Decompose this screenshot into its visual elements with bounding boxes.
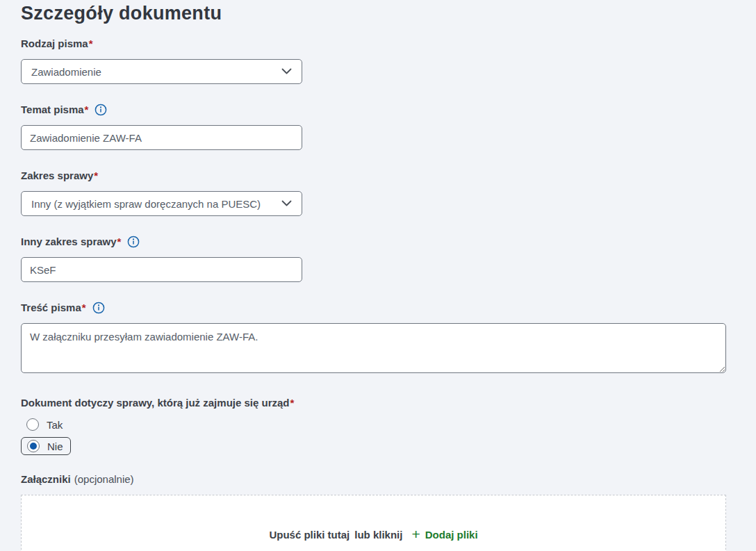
info-icon[interactable] <box>127 236 140 248</box>
plus-icon: + <box>411 527 420 541</box>
required-marker: * <box>85 104 89 116</box>
select-value: Zawiadomienie <box>31 66 101 78</box>
tresc-pisma-label: Treść pisma* <box>21 302 756 314</box>
required-marker: * <box>290 397 295 409</box>
field-label-text: Dokument dotyczy sprawy, którą już zajmu… <box>21 397 290 409</box>
temat-pisma-label: Temat pisma* <box>21 104 756 116</box>
attachments-label: Załączniki <box>21 473 71 485</box>
field-group-temat-pisma: Temat pisma* <box>21 104 756 150</box>
field-group-inny-zakres-sprawy: Inny zakres sprawy* <box>21 236 756 282</box>
zakres-sprawy-select[interactable]: Inny (z wyjątkiem spraw doręczanych na P… <box>21 191 302 216</box>
field-group-tresc-pisma: Treść pisma* W załączniku przesyłam zawi… <box>21 302 756 376</box>
radio-label: Nie <box>47 441 63 452</box>
case-question-label: Dokument dotyczy sprawy, którą już zajmu… <box>21 397 756 409</box>
info-icon[interactable] <box>94 104 107 116</box>
radio-focus-outline: Nie <box>21 437 71 455</box>
radio-label: Tak <box>47 419 63 431</box>
inny-zakres-sprawy-label: Inny zakres sprawy* <box>21 236 756 248</box>
field-label-text: Temat pisma <box>21 104 84 116</box>
inny-zakres-sprawy-input[interactable] <box>21 257 302 282</box>
field-group-attachments: Załączniki (opcjonalnie) Upuść pliki tut… <box>21 473 756 551</box>
attachments-optional-text: (opcjonalnie) <box>74 473 134 485</box>
radio-option-tak[interactable]: Tak <box>26 418 63 431</box>
required-marker: * <box>82 302 86 314</box>
dropzone-or-text: lub kliknij <box>354 529 402 541</box>
field-group-case-question: Dokument dotyczy sprawy, którą już zajmu… <box>21 397 756 455</box>
rodzaj-pisma-label: Rodzaj pisma* <box>21 38 756 50</box>
radio-option-nie[interactable]: Nie <box>27 440 63 452</box>
document-details-form: Szczegóły dokumentu Rodzaj pisma* Zawiad… <box>0 0 756 551</box>
attachments-label-row: Załączniki (opcjonalnie) <box>21 473 756 485</box>
add-files-button[interactable]: + Dodaj pliki <box>411 527 477 542</box>
required-marker: * <box>94 170 98 182</box>
tresc-pisma-textarea[interactable]: W załączniku przesyłam zawiadomienie ZAW… <box>21 323 726 373</box>
file-dropzone[interactable]: Upuść pliki tutaj lub kliknij + Dodaj pl… <box>21 495 726 551</box>
field-label-text: Rodzaj pisma <box>21 38 88 50</box>
field-label-text: Inny zakres sprawy <box>21 236 117 248</box>
temat-pisma-input[interactable] <box>21 125 302 150</box>
chevron-down-icon <box>281 68 292 75</box>
zakres-sprawy-label: Zakres sprawy* <box>21 170 756 182</box>
field-group-rodzaj-pisma: Rodzaj pisma* Zawiadomienie <box>21 38 756 84</box>
radio-selected-icon <box>27 440 40 452</box>
select-value: Inny (z wyjątkiem spraw doręczanych na P… <box>31 198 261 210</box>
dropzone-text: Upuść pliki tutaj <box>269 529 350 541</box>
add-files-label: Dodaj pliki <box>425 529 478 541</box>
page-title: Szczegóły dokumentu <box>21 2 756 24</box>
rodzaj-pisma-select[interactable]: Zawiadomienie <box>21 59 302 84</box>
radio-unselected-icon <box>26 418 39 431</box>
info-icon[interactable] <box>92 302 105 314</box>
required-marker: * <box>117 236 122 248</box>
required-marker: * <box>89 38 93 50</box>
chevron-down-icon <box>281 200 292 207</box>
field-group-zakres-sprawy: Zakres sprawy* Inny (z wyjątkiem spraw d… <box>21 170 756 216</box>
field-label-text: Treść pisma <box>21 302 81 314</box>
field-label-text: Zakres sprawy <box>21 170 93 182</box>
